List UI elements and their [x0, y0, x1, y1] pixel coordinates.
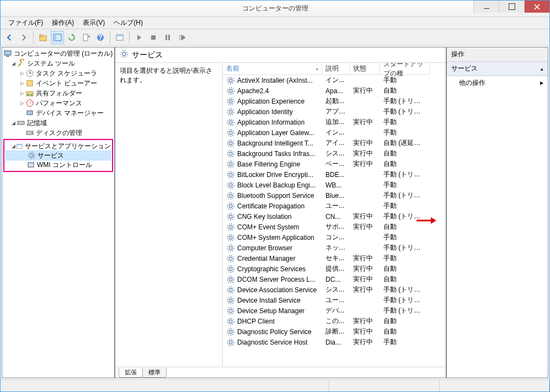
service-row[interactable]: Diagnostic Service HostDia...実行中手動: [223, 337, 446, 347]
svg-point-56: [227, 203, 234, 210]
menu-action[interactable]: 操作(A): [47, 17, 78, 29]
service-row[interactable]: Base Filtering Engineベー...実行中自動: [223, 159, 446, 169]
service-row[interactable]: DCOM Server Process L...DC...実行中自動: [223, 274, 446, 284]
pause-button[interactable]: [161, 31, 174, 44]
collapse-icon[interactable]: ◢: [11, 143, 16, 149]
tab-extended[interactable]: 拡張: [119, 368, 143, 378]
col-name[interactable]: 名前▴: [223, 63, 322, 75]
svg-point-45: [229, 152, 232, 155]
stop-button[interactable]: [147, 31, 160, 44]
svg-point-33: [229, 89, 232, 93]
service-row[interactable]: Application Information追加...実行中手動: [223, 117, 446, 127]
device-icon: [25, 109, 34, 117]
svg-point-82: [227, 339, 234, 346]
maximize-button[interactable]: [499, 1, 524, 13]
tree-wmi[interactable]: WMI コントロール: [6, 160, 111, 170]
svg-point-35: [229, 100, 232, 103]
export-button[interactable]: [79, 31, 93, 44]
actions-other[interactable]: 他の操作 ▶: [447, 76, 548, 90]
show-tree-button[interactable]: [51, 31, 64, 44]
svg-point-55: [229, 205, 232, 208]
service-row[interactable]: Device Install Serviceユー...手動 (トリガー開: [223, 295, 446, 305]
description-text: 項目を選択すると説明が表示されます。: [120, 67, 212, 84]
tree-task[interactable]: ▷ タスク スケジューラ: [2, 68, 114, 78]
svg-point-81: [229, 341, 232, 344]
service-row[interactable]: Background Intelligent T...アイ...実行中自動 (遅…: [223, 138, 446, 148]
menu-view[interactable]: 表示(V): [78, 17, 109, 29]
collapse-icon[interactable]: ◢: [10, 61, 17, 66]
service-row[interactable]: BitLocker Drive Encrypti...BDE...手動 (トリガ…: [223, 169, 446, 180]
col-startup[interactable]: スタートアップの種: [380, 63, 430, 75]
svg-point-59: [229, 225, 232, 229]
back-button[interactable]: [3, 31, 16, 44]
service-row[interactable]: Computer Browserネット...手動 (トリガー開: [223, 243, 446, 253]
service-row[interactable]: Credential Managerセキ...実行中手動: [223, 253, 446, 264]
up-button[interactable]: [36, 31, 50, 44]
tree-perf[interactable]: ▷ パフォーマンス: [2, 98, 114, 108]
collapse-icon[interactable]: ◢: [10, 120, 17, 126]
service-row[interactable]: Certificate Propagationユー...手動: [223, 201, 446, 211]
window-title: コンピューターの管理: [242, 4, 308, 13]
service-row[interactable]: COM+ System Applicationコン...手動: [223, 232, 446, 243]
expand-icon[interactable]: ▷: [19, 80, 25, 86]
service-row[interactable]: Application Layer Gatew...イン...手動: [223, 127, 446, 138]
tree-device[interactable]: デバイス マネージャー: [2, 108, 114, 118]
svg-point-80: [227, 329, 234, 335]
svg-point-36: [227, 98, 234, 105]
services-list[interactable]: ActiveX Installer (AxInst...イン...手動Apach…: [223, 75, 446, 367]
svg-point-48: [227, 161, 234, 168]
menu-help[interactable]: ヘルプ(H): [109, 17, 147, 29]
service-row[interactable]: Device Setup Managerデバ...手動 (トリガー開: [223, 305, 446, 316]
expand-icon[interactable]: ▷: [19, 100, 25, 106]
play-button[interactable]: [132, 31, 146, 44]
actions-header: 操作: [447, 47, 548, 62]
tree-panel: コンピューターの管理 (ローカル) ◢ システム ツール ▷ タスク スケジュー…: [2, 47, 115, 378]
col-desc[interactable]: 説明: [322, 63, 350, 75]
service-row[interactable]: DHCP Clientこの...実行中自動: [223, 316, 446, 326]
help-button[interactable]: ?: [94, 31, 107, 44]
status-bar: [1, 379, 549, 391]
tree-shared[interactable]: ▷ 共有フォルダー: [2, 88, 114, 98]
svg-rect-8: [116, 35, 123, 36]
service-row[interactable]: Cryptographic Services提供...実行中自動: [223, 264, 446, 274]
tree-storage[interactable]: ◢ 記憶域: [2, 118, 114, 128]
tree-disk[interactable]: ディスクの管理: [2, 128, 114, 138]
refresh-button[interactable]: [65, 31, 78, 44]
service-row[interactable]: Bluetooth Support ServiceBlue...手動 (トリガー…: [223, 190, 446, 201]
svg-point-69: [229, 278, 232, 281]
menu-file[interactable]: ファイル(F): [4, 17, 47, 29]
service-row[interactable]: Block Level Backup Engi...WB...手動: [223, 180, 446, 190]
tree-event[interactable]: ▷ イベント ビューアー: [2, 78, 114, 88]
tab-standard[interactable]: 標準: [142, 368, 167, 378]
service-row[interactable]: CNG Key IsolationCN...実行中手動 (トリガー開: [223, 211, 446, 222]
forward-button[interactable]: [17, 31, 30, 44]
service-row[interactable]: ActiveX Installer (AxInst...イン...手動: [223, 75, 446, 85]
svg-point-64: [227, 245, 234, 251]
tree-services[interactable]: サービス: [6, 151, 111, 160]
svg-point-71: [229, 288, 232, 292]
close-button[interactable]: [524, 1, 549, 13]
submenu-icon: ▶: [540, 80, 543, 85]
service-row[interactable]: Apache2.4Apa...実行中自動: [223, 85, 446, 96]
tree-systools[interactable]: ◢ システム ツール: [2, 58, 114, 68]
actions-services-section[interactable]: サービス ▴: [447, 62, 548, 76]
shared-icon: [25, 89, 34, 98]
service-row[interactable]: Device Association Serviceシス...実行中手動 (トリ…: [223, 284, 446, 295]
service-row[interactable]: Diagnostic Policy Service診断...実行中自動: [223, 326, 446, 337]
sort-asc-icon: ▴: [316, 66, 318, 71]
tree-root[interactable]: コンピューターの管理 (ローカル): [2, 49, 114, 58]
service-row[interactable]: Background Tasks Infras...シス...実行中自動: [223, 148, 446, 159]
col-status[interactable]: 状態: [350, 63, 380, 75]
svg-point-18: [30, 94, 33, 96]
service-row[interactable]: Application Experience起動...手動 (トリガー開: [223, 96, 446, 106]
service-row[interactable]: Application Identityアプリ...手動 (トリガー開: [223, 106, 446, 117]
expand-icon[interactable]: ▷: [19, 71, 25, 76]
expand-icon[interactable]: ▷: [19, 90, 25, 96]
tree-servapp[interactable]: ◢ サービスとアプリケーション: [6, 141, 111, 151]
svg-point-67: [229, 267, 232, 271]
service-row[interactable]: COM+ Event Systemサポ...実行中自動: [223, 222, 446, 232]
properties-button[interactable]: [113, 31, 126, 44]
restart-button[interactable]: [175, 31, 189, 44]
svg-point-17: [27, 94, 29, 96]
minimize-button[interactable]: [473, 1, 499, 13]
